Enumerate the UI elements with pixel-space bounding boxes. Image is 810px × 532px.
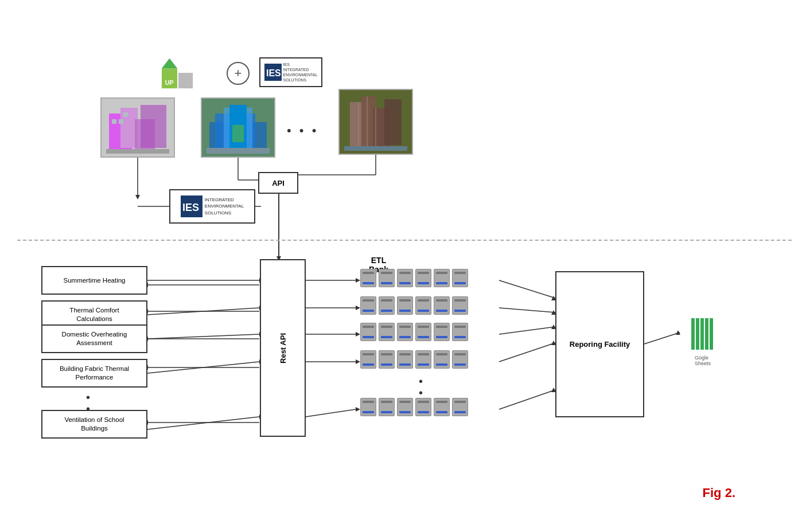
svg-rect-77	[207, 148, 270, 154]
svg-marker-59	[162, 58, 177, 68]
svg-rect-89	[696, 318, 699, 350]
svg-line-38	[499, 308, 555, 312]
etl-worker	[452, 296, 468, 315]
svg-line-24	[147, 417, 259, 429]
svg-rect-91	[705, 318, 708, 350]
google-sheets-icon: GogleSheets	[680, 315, 726, 366]
svg-rect-76	[232, 125, 244, 142]
svg-rect-68	[112, 119, 116, 124]
etl-worker	[379, 323, 395, 341]
etl-worker	[379, 269, 395, 287]
etl-worker	[415, 296, 431, 315]
section-divider	[17, 240, 792, 241]
etl-worker	[415, 323, 431, 341]
svg-line-46	[644, 332, 680, 344]
ies-top-line4: SOLUTIONS	[283, 77, 318, 83]
etl-worker	[452, 323, 468, 341]
etl-worker	[452, 350, 468, 369]
etl-row-2	[360, 296, 468, 315]
etl-worker	[434, 296, 450, 315]
svg-rect-92	[710, 318, 713, 350]
building-thumbnail-1	[100, 97, 175, 158]
etl-row-1	[360, 269, 468, 287]
etl-worker	[360, 296, 376, 315]
diagram-container: UP + IES IES INTEGRATED ENVIRONMENTAL SO…	[0, 0, 810, 532]
building-thumbnail-4	[338, 89, 413, 155]
ies-mid-line3: SOLUTIONS	[205, 210, 244, 216]
etl-worker	[379, 398, 395, 416]
svg-marker-1	[135, 195, 140, 200]
svg-line-40	[499, 327, 555, 334]
etl-worker	[360, 323, 376, 341]
svg-line-42	[499, 343, 555, 362]
svg-rect-90	[700, 318, 704, 350]
ies-top-line1: IES	[283, 62, 318, 67]
ies-mid-line2: ENVIRONMENTAL	[205, 203, 244, 209]
three-dots-horizontal: • • •	[287, 123, 318, 138]
rest-api-box: Rest API	[260, 259, 306, 437]
etl-worker	[434, 269, 450, 287]
service-box-domestic: Domestic OverheatingAssessment	[41, 324, 147, 353]
reporting-facility-box: Reporing Facility	[555, 271, 644, 417]
etl-worker	[415, 350, 431, 369]
etl-worker	[397, 269, 413, 287]
svg-text:IES: IES	[182, 202, 199, 213]
etl-worker	[434, 398, 450, 416]
reporting-label: Reporing Facility	[570, 340, 630, 349]
etl-worker	[379, 350, 395, 369]
svg-line-34	[306, 409, 356, 417]
service-label-domestic: Domestic OverheatingAssessment	[62, 330, 127, 347]
svg-rect-60	[178, 73, 193, 88]
fig-label: Fig 2.	[703, 486, 735, 500]
etl-worker	[452, 269, 468, 287]
etl-row-4	[360, 350, 468, 369]
plus-icon: +	[227, 62, 250, 85]
etl-worker	[415, 398, 431, 416]
etl-worker	[360, 398, 376, 416]
svg-marker-29	[356, 306, 360, 310]
api-label: API	[272, 179, 285, 187]
etl-worker	[434, 350, 450, 369]
svg-rect-71	[106, 149, 169, 154]
etl-worker	[397, 398, 413, 416]
svg-line-36	[499, 280, 555, 298]
ies-top-line3: ENVIRONMENTAL	[283, 72, 318, 77]
etl-worker	[452, 398, 468, 416]
svg-rect-88	[691, 318, 695, 350]
etl-worker	[360, 269, 376, 287]
svg-rect-69	[119, 119, 123, 124]
svg-text:IES: IES	[266, 68, 281, 78]
service-label-summertime: Summertime Heating	[63, 276, 125, 285]
svg-line-20	[147, 334, 259, 339]
service-label-building: Building Fabric ThermalPerformance	[60, 365, 129, 382]
svg-text:UP: UP	[165, 79, 174, 86]
etl-worker	[360, 350, 376, 369]
svg-marker-33	[356, 359, 360, 364]
etl-row-5	[360, 398, 468, 416]
etl-row-3	[360, 323, 468, 341]
etl-worker	[379, 296, 395, 315]
svg-line-18	[147, 308, 259, 315]
svg-marker-27	[356, 278, 360, 283]
svg-line-44	[499, 390, 555, 409]
service-box-building: Building Fabric ThermalPerformance	[41, 359, 147, 388]
ies-logo-top: IES IES INTEGRATED ENVIRONMENTAL SOLUTIO…	[259, 57, 322, 87]
etl-worker	[397, 350, 413, 369]
etl-worker	[397, 296, 413, 315]
svg-rect-85	[344, 146, 407, 151]
ies-top-line2: INTEGRATED	[283, 67, 318, 72]
svg-rect-70	[123, 112, 128, 117]
building-thumbnail-2	[201, 97, 275, 158]
up-logo: UP	[161, 57, 195, 89]
gsheets-label: GogleSheets	[695, 355, 711, 366]
svg-line-22	[147, 362, 259, 373]
ies-mid-line1: INTEGRATED	[205, 197, 244, 203]
etl-worker	[397, 323, 413, 341]
svg-rect-81	[384, 99, 402, 145]
etl-worker	[415, 269, 431, 287]
svg-rect-67	[141, 105, 166, 148]
svg-marker-31	[356, 332, 360, 337]
svg-marker-35	[356, 407, 360, 412]
etl-worker	[434, 323, 450, 341]
rest-api-label: Rest API	[279, 333, 287, 363]
